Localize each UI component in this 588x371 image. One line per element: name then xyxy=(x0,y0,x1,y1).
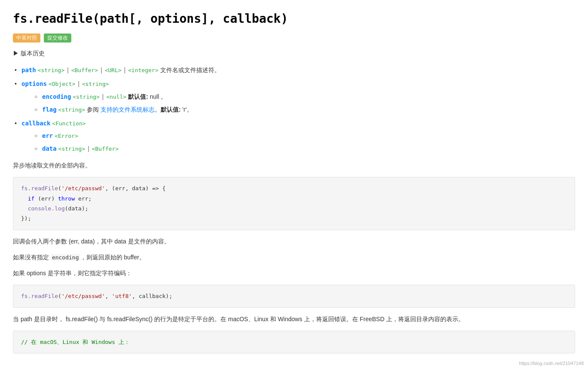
param-name-data: data xyxy=(42,145,57,152)
param-type-err: <Error> xyxy=(55,133,78,139)
param-type-path-url: <URL> xyxy=(105,67,122,73)
code-block-2: fs.readFile('/etc/passwd', 'utf8', callb… xyxy=(13,285,575,307)
button-row: 中英对照 提交修改 xyxy=(13,33,575,43)
param-type-encoding-null: <null> xyxy=(106,94,126,100)
param-type-flag: <string> xyxy=(58,106,85,113)
param-type-options-object: <Object> xyxy=(49,81,76,87)
code-line-3-1: // 在 macOS、Linux 和 Windows 上： xyxy=(21,337,567,347)
param-type-encoding-string: <string> xyxy=(73,94,100,100)
param-flag: flag <string> 参阅 支持的文件系统标志。默认值: 'r'。 xyxy=(34,105,575,115)
options-sub-list: encoding <string> | <null> 默认值: null 。 f… xyxy=(21,92,575,115)
param-desc-encoding: 默认值: null 。 xyxy=(128,93,167,100)
param-type-callback: <Function> xyxy=(52,120,85,127)
param-name-options: options xyxy=(21,80,47,87)
param-name-path: path xyxy=(21,67,36,73)
param-data: data <string> | <Buffer> xyxy=(34,144,575,154)
param-options: options <Object> | <string> encoding <st… xyxy=(13,79,575,115)
param-type-options-string: <string> xyxy=(82,81,109,87)
param-encoding: encoding <string> | <null> 默认值: null 。 xyxy=(34,92,575,102)
description1: 异步地读取文件的全部内容。 xyxy=(13,160,575,171)
param-type-path-string: <string> xyxy=(38,67,65,73)
param-callback: callback <Function> err <Error> data <st… xyxy=(13,119,575,154)
param-type-path-buffer: <Buffer> xyxy=(71,67,98,73)
code-line-1-3: console.log(data); xyxy=(21,204,567,213)
inline-encoding: encoding xyxy=(51,254,80,261)
param-type-data-string: <string> xyxy=(58,146,85,152)
code-line-1-4: }); xyxy=(21,213,567,223)
param-err: err <Error> xyxy=(34,131,575,141)
param-name-callback: callback xyxy=(21,120,50,127)
description4: 如果 options 是字符串，则它指定字符编码： xyxy=(13,268,575,279)
version-history-toggle[interactable]: 版本历史 xyxy=(13,49,575,59)
param-desc-flag: 参阅 支持的文件系统标志。默认值: 'r'。 xyxy=(87,106,192,113)
code-block-3: // 在 macOS、Linux 和 Windows 上： xyxy=(13,331,575,353)
code-line-1-2: if (err) throw err; xyxy=(21,194,567,204)
code-block-1: fs.readFile('/etc/passwd', (err, data) =… xyxy=(13,177,575,230)
param-path: path <string> | <Buffer> | <URL> | <inte… xyxy=(13,65,575,76)
code-line-2-1: fs.readFile('/etc/passwd', 'utf8', callb… xyxy=(21,291,567,301)
param-type-path-integer: <integer> xyxy=(128,67,158,73)
submit-button[interactable]: 提交修改 xyxy=(44,33,71,43)
code-line-1-1: fs.readFile('/etc/passwd', (err, data) =… xyxy=(21,183,567,193)
callback-sub-list: err <Error> data <string> | <Buffer> xyxy=(21,131,575,154)
description3: 如果没有指定 encoding，则返回原始的 buffer。 xyxy=(13,252,575,263)
param-name-err: err xyxy=(42,132,53,139)
page-title: fs.readFile(path[, options], callback) xyxy=(13,9,575,29)
bilingual-button[interactable]: 中英对照 xyxy=(13,33,40,43)
description2: 回调会传入两个参数 (err, data)，其中 data 是文件的内容。 xyxy=(13,236,575,247)
param-type-data-buffer: <Buffer> xyxy=(92,146,119,152)
description5: 当 path 是目录时， fs.readFile() 与 fs.readFile… xyxy=(13,314,575,325)
watermark: https://blog.csdn.net/21047148 xyxy=(519,359,584,368)
flag-link[interactable]: 支持的文件系统标志 xyxy=(101,106,155,113)
param-name-encoding: encoding xyxy=(42,93,71,100)
param-desc-path: 文件名或文件描述符。 xyxy=(160,67,220,73)
param-name-flag: flag xyxy=(42,106,57,113)
params-list: path <string> | <Buffer> | <URL> | <inte… xyxy=(13,65,575,154)
